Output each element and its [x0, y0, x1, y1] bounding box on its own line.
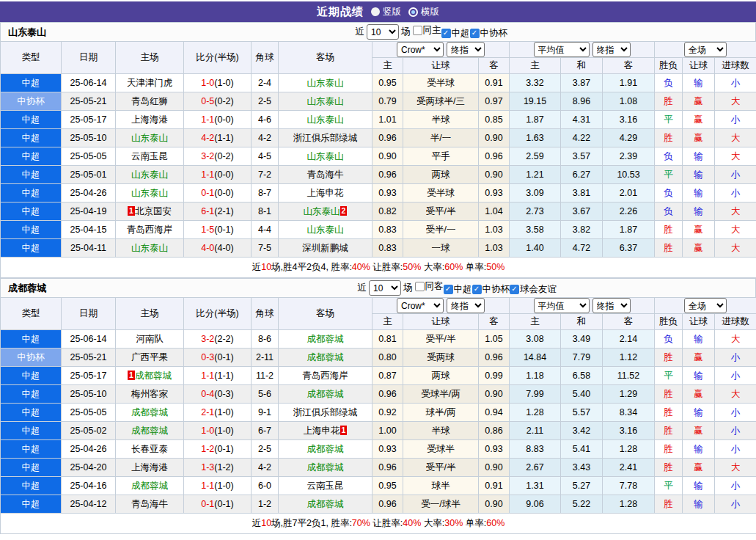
corner-cell: 7-5: [252, 239, 279, 258]
fulltime-score: 0-4: [201, 389, 214, 399]
result-cell: 胜: [655, 349, 683, 367]
summary-row: 近10场,胜4平2负4, 胜率:40% 让胜率:50% 大率:60% 单率:50…: [1, 258, 756, 278]
match-row: 中超25-05-05成都蓉城2-1(1-0)9-1浙江俱乐部绿城0.92球半/两…: [1, 404, 756, 422]
radio-unchecked-icon[interactable]: [371, 7, 380, 16]
filter-checkbox[interactable]: ✓中协杯: [470, 27, 508, 40]
average-odds-group: 平均值终指: [510, 42, 655, 58]
average-time-select[interactable]: 终指: [592, 42, 631, 57]
col-type: 类型: [1, 298, 62, 330]
col-result: 胜负: [655, 58, 683, 74]
league-type-cell: 中超: [1, 404, 62, 422]
match-row: 中超25-04-16成都蓉城1-1(1-0)6-0云南玉昆0.95球半0.911…: [1, 477, 756, 495]
corner-cell: 7-2: [252, 166, 279, 184]
fulltime-score: 4-0: [201, 243, 214, 253]
average-source-select[interactable]: 平均值: [534, 42, 590, 57]
recent-label: 近: [356, 26, 365, 38]
fulltime-select[interactable]: 全场: [684, 298, 727, 313]
odds-source-select[interactable]: Crow*: [397, 298, 444, 313]
summary-text: 让胜率:: [370, 518, 403, 528]
score-cell: 0-5(0-2): [184, 92, 252, 111]
halftime-score: (4-0): [214, 243, 233, 253]
fulltime-select[interactable]: 全场: [684, 42, 727, 57]
filter-checkbox[interactable]: ✓中超: [444, 283, 472, 296]
filter-checkbox[interactable]: ✓球会友谊: [510, 283, 557, 296]
home-odds-cell: 0.96: [373, 495, 403, 514]
result-cell: 胜: [655, 239, 683, 258]
layout-radio-horizontal[interactable]: 横版: [408, 6, 439, 18]
goals-result-cell: 大: [715, 202, 756, 221]
away-team-cell: 青岛西海岸: [279, 367, 373, 385]
checkbox-icon[interactable]: [413, 26, 422, 35]
handicap-cell: 两球: [403, 166, 479, 184]
checkbox-icon[interactable]: ✓: [472, 285, 482, 294]
team-label: 成都蓉城: [135, 371, 172, 381]
home-team-cell: 青岛红狮: [116, 92, 184, 111]
checkbox-icon[interactable]: ✓: [444, 285, 453, 294]
col-date: 日期: [62, 298, 116, 330]
crow-odds-group: Crow*终指: [373, 298, 510, 314]
checkbox-icon[interactable]: ✓: [441, 29, 451, 38]
odds-source-select[interactable]: Crow*: [397, 42, 444, 57]
titlebar: 近期战绩 竖版 横版: [0, 1, 756, 22]
away-team-cell: 青岛海牛: [279, 166, 373, 184]
summary-text: 让胜率:: [370, 262, 403, 272]
recent-count-select[interactable]: 10: [369, 280, 401, 296]
team-label: 成都蓉城: [131, 407, 168, 417]
avg-away-cell: 2.01: [603, 184, 655, 202]
goals-result-cell: 小: [715, 367, 756, 385]
goals-result-cell: 大: [715, 92, 756, 111]
fulltime-score: 1-0: [201, 78, 214, 88]
home-team-cell: 长春亚泰: [116, 440, 184, 459]
fulltime-score: 2-1: [201, 407, 214, 417]
avg-home-cell: 1.18: [510, 367, 561, 385]
odds-time-select[interactable]: 终指: [447, 42, 485, 57]
average-source-select[interactable]: 平均值: [534, 298, 590, 313]
home-team-cell: 天津津门虎: [116, 74, 184, 92]
score-cell: 4-0(4-0): [184, 239, 252, 258]
filter-checkbox[interactable]: ✓中协杯: [472, 283, 510, 296]
result-cell: 胜: [655, 495, 683, 514]
filter-checkbox[interactable]: 同主: [413, 24, 441, 37]
date-cell: 25-04-12: [62, 495, 116, 514]
recent-count-select[interactable]: 10: [367, 24, 399, 40]
checkbox-icon[interactable]: ✓: [510, 285, 519, 294]
result-cell: 胜: [655, 422, 683, 440]
col-avg-draw: 和: [561, 314, 603, 330]
home-odds-cell: 0.96: [373, 129, 403, 147]
checkbox-icon[interactable]: ✓: [470, 29, 480, 38]
halftime-score: (1-2): [214, 462, 233, 472]
team-label: 上海申花: [307, 188, 344, 198]
avg-away-cell: 7.78: [603, 477, 655, 495]
radio-checked-icon[interactable]: [408, 7, 418, 17]
average-time-select[interactable]: 终指: [592, 298, 631, 313]
team-label: 成都蓉城: [307, 444, 344, 454]
score-cell: 1-2(0-1): [184, 440, 252, 459]
team-label: 山东泰山: [131, 133, 168, 143]
home-odds-cell: 1.00: [373, 422, 403, 440]
layout-radio-vertical[interactable]: 竖版: [371, 6, 401, 18]
away-odds-cell: 0.96: [479, 349, 510, 367]
checkbox-icon[interactable]: [415, 282, 425, 291]
avg-home-cell: 3.09: [510, 184, 561, 202]
away-odds-cell: 0.96: [479, 147, 510, 166]
avg-away-cell: 3.16: [603, 111, 655, 129]
fulltime-group: 全场: [655, 298, 756, 314]
avg-away-cell: 6.37: [603, 239, 655, 258]
team-section-shandong-taishan: 山东泰山 近 10 场 同主✓中超✓中协杯 类型 日期 主场 比分(半场) 角球…: [0, 22, 756, 278]
league-type-cell: 中协杯: [1, 92, 62, 111]
fulltime-score: 1-1: [201, 371, 214, 381]
league-type-cell: 中超: [1, 221, 62, 239]
match-row: 中超25-06-14河南队3-2(2-2)8-6成都蓉城0.81受平/半1.05…: [1, 330, 756, 349]
odds-time-select[interactable]: 终指: [447, 298, 485, 313]
home-team-cell: 1成都蓉城: [116, 367, 184, 385]
league-type-cell: 中超: [1, 367, 62, 385]
handicap-result-cell: 输: [683, 330, 715, 349]
filter-checkbox[interactable]: 同客: [415, 280, 444, 293]
avg-away-cell: 10.53: [603, 166, 655, 184]
results-table: 类型 日期 主场 比分(半场) 角球 客场 Crow*终指 平均值终指 全场: [0, 297, 756, 534]
filter-checkbox[interactable]: ✓中超: [441, 27, 470, 40]
corner-cell: 2-11: [252, 349, 279, 367]
home-team-cell: 上海海港: [116, 111, 184, 129]
result-cell: 负: [655, 147, 683, 166]
home-odds-cell: 0.81: [373, 330, 403, 349]
